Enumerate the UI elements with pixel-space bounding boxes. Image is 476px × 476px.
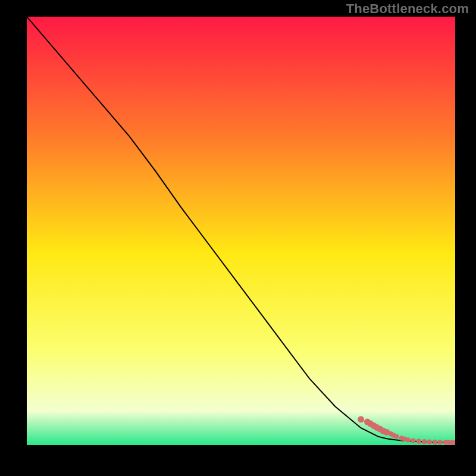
chart-svg xyxy=(27,17,455,445)
chart-frame: TheBottleneck.com xyxy=(0,0,476,476)
watermark-text: TheBottleneck.com xyxy=(346,1,469,17)
data-point xyxy=(406,437,411,442)
data-point xyxy=(422,439,427,444)
gradient-background xyxy=(27,17,455,445)
data-point xyxy=(358,416,364,422)
plot-area xyxy=(27,17,455,445)
data-point xyxy=(411,439,415,443)
data-point xyxy=(427,439,432,444)
data-point xyxy=(438,440,443,444)
data-point xyxy=(394,434,399,439)
data-point xyxy=(416,439,421,443)
data-point xyxy=(433,440,437,444)
